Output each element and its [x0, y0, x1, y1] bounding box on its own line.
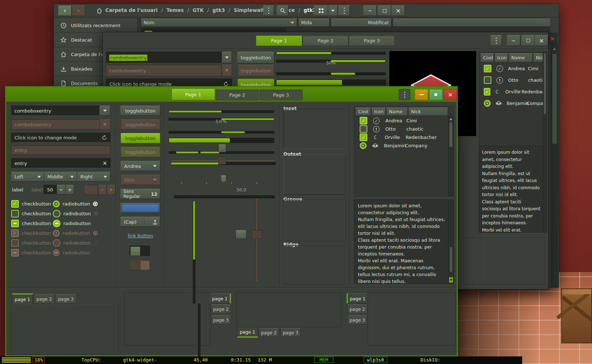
notebook-left-tab-page2[interactable]: page 2 [347, 304, 367, 314]
gtk3-tab-page1[interactable]: Page 1 [256, 35, 302, 46]
forward-button[interactable]: › [72, 5, 85, 16]
mode-entry[interactable]: Click icon to change mode [11, 133, 110, 143]
gtk4-tab-page3[interactable]: Page 3 [259, 90, 303, 100]
tree-header-icon[interactable]: Icon [494, 53, 508, 62]
radio-mixed[interactable] [53, 220, 60, 227]
column-header-size[interactable]: Mida [298, 18, 330, 27]
breadcrumb-segment[interactable]: Carpeta de l'usuari [105, 7, 158, 13]
gtk3-comboboxentry[interactable]: comboboxentry [106, 52, 222, 63]
checkbutton-label[interactable]: checkbutton [22, 201, 53, 207]
scroll-down-button[interactable] [449, 277, 453, 283]
tree-row[interactable]: Benjamin Company [355, 141, 453, 150]
row-radio-selected[interactable] [360, 142, 367, 149]
row-checkbox-unchecked[interactable] [484, 76, 491, 84]
radiobutton-label[interactable]: radiobutton [63, 221, 94, 226]
togglebutton[interactable]: togglebutton [120, 106, 160, 116]
menu-kebab-button[interactable] [263, 5, 274, 16]
tree-row[interactable]: ✓ ✓ Andrea Cimi [480, 63, 546, 74]
font-button[interactable]: Sans Regular 12 [120, 189, 160, 199]
tree-header-name[interactable]: Name [386, 107, 408, 116]
radiobutton-label[interactable]: radiobutton [63, 211, 94, 216]
gtk4-tab-page2[interactable]: Page 2 [216, 90, 259, 100]
checkbox-checked[interactable]: ✓ [11, 200, 19, 208]
column-header-name[interactable]: Nom [141, 18, 297, 27]
row-checkbox-checked[interactable]: ✓ [484, 88, 490, 96]
checkbutton-label[interactable]: checkbutton [22, 221, 53, 226]
back-button[interactable]: ‹ [58, 5, 72, 16]
notebook-bottom-tab-page1[interactable]: page 1 [237, 327, 258, 338]
window-menu-kebab-button[interactable] [338, 5, 350, 16]
row-radio-selected[interactable] [484, 100, 491, 107]
text-scrollbar[interactable] [448, 200, 453, 283]
gtk3-menu-kebab-button[interactable] [491, 35, 502, 46]
notebook-top-tab-page3[interactable]: page 3 [55, 294, 76, 304]
scale-handle[interactable] [218, 144, 226, 152]
link-button[interactable]: link button [120, 232, 160, 239]
maximize-button[interactable] [378, 5, 391, 16]
comboboxentry[interactable]: comboboxentry [11, 106, 100, 116]
mini-radio-selected[interactable] [93, 202, 98, 206]
notification-close-button[interactable]: × [547, 33, 557, 44]
gtk3-togglebutton[interactable]: togglebutton [237, 52, 274, 63]
scroll-up-button[interactable] [552, 46, 557, 52]
refresh-icon[interactable] [102, 135, 107, 140]
notebook-bottom-tab-page2[interactable]: page 2 [259, 328, 279, 337]
view-dropdown-button[interactable] [328, 5, 338, 16]
tree-row[interactable]: ✓ ✓ Andrea Cimi [355, 117, 453, 125]
radio-selected[interactable] [53, 200, 60, 207]
checkbox-unchecked[interactable] [11, 210, 19, 217]
notebook-right-tab-page3[interactable]: page 3 [211, 315, 231, 325]
gtk4-close-button[interactable]: × [444, 89, 457, 100]
comboboxentry-dropdown[interactable] [100, 106, 110, 116]
tree-row[interactable]: ! Otto chaotic [355, 125, 453, 133]
scroll-up-button[interactable] [449, 117, 453, 121]
scale-marks-handle[interactable] [221, 175, 226, 182]
row-checkbox-unchecked[interactable] [360, 125, 367, 133]
file-chooser-button[interactable]: (Cap) ↑ [120, 217, 160, 227]
gtk3-comboboxentry-dropdown[interactable] [222, 52, 232, 63]
tree-header-name[interactable]: Name [508, 53, 533, 62]
notebook-bottom-tab-page3[interactable]: page 3 [280, 328, 301, 337]
breadcrumb-segment[interactable]: Simplewaita [234, 7, 268, 13]
scrollbar-thumb[interactable] [449, 122, 453, 147]
clear-icon[interactable]: × [102, 160, 107, 166]
tree-header-cool[interactable]: Cool [480, 53, 494, 62]
spinbutton-value[interactable]: 50 [44, 185, 57, 195]
gtk3-pane-scrollbar[interactable] [543, 52, 547, 233]
gtk3-tab-page3[interactable]: Page 3 [349, 35, 395, 46]
breadcrumb-segment[interactable]: GTK [193, 7, 204, 13]
breadcrumb-segment[interactable]: gtk3 [212, 7, 225, 13]
scrollbar-thumb[interactable] [552, 54, 557, 144]
tree-row[interactable]: ✓ ☾ Orville Redenbacher [480, 86, 546, 97]
color-button[interactable] [120, 203, 160, 213]
scrollbar-thumb[interactable] [544, 53, 546, 114]
combobox[interactable]: Andrea [120, 161, 160, 171]
scale-with-marks[interactable] [174, 195, 275, 198]
row-checkbox-checked[interactable]: ✓ [484, 65, 491, 72]
spin-minus-button[interactable]: − [57, 185, 65, 195]
radiobutton-label[interactable]: radiobutton [63, 201, 93, 207]
breadcrumb-segment[interactable]: Temes [166, 7, 184, 13]
sidebar-item-recent[interactable]: Utilitzats recentment [54, 18, 138, 33]
switch-off[interactable] [130, 246, 150, 256]
search-button[interactable] [277, 5, 288, 16]
gtk3-textview[interactable]: Lorem ipsum dolor sit amet, consectetur … [479, 146, 544, 233]
gtk3-maximize-button[interactable] [521, 35, 535, 46]
view-grid-button[interactable] [314, 5, 328, 16]
row-checkbox-checked[interactable]: ✓ [360, 117, 367, 124]
gtk3-tab-page2[interactable]: Page 2 [303, 35, 348, 46]
mini-radio-unselected[interactable] [94, 211, 98, 216]
gtk3-close-button[interactable]: × [535, 35, 548, 46]
radio-unselected[interactable] [53, 210, 60, 217]
gtk3-minimize-button[interactable]: − [507, 35, 520, 46]
dropdown-middle[interactable]: Middle [44, 172, 77, 182]
tree-row[interactable]: Benjamin Company [480, 98, 546, 109]
dropdown-right[interactable]: Right [77, 172, 110, 182]
column-header-modified[interactable]: Modificat [331, 18, 392, 27]
tree-header-cool[interactable]: Cool [355, 107, 371, 116]
dropdown-left[interactable]: Left [11, 172, 44, 182]
gtk4-tab-page1[interactable]: Page 1 [172, 89, 215, 100]
tree-header-nick[interactable]: Nick [408, 107, 448, 116]
tree-header-icon[interactable]: Icon [371, 107, 386, 116]
notebook-top-tab-page2[interactable]: page 2 [34, 294, 55, 304]
